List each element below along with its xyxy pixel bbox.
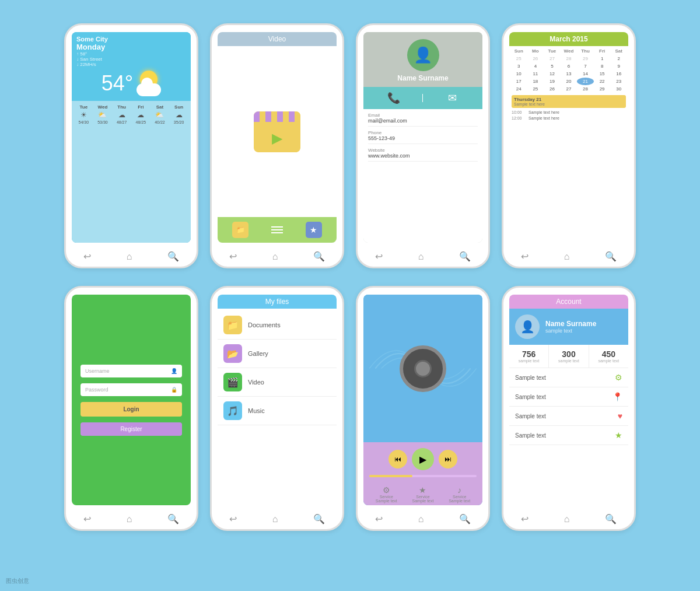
account-sub: sample text [545,328,596,334]
phone-contact: 👤 Name Surname 📞 ✉ Email mail@email.com … [356,23,490,268]
forecast-sun: Sun ☁ 35/20 [174,104,184,239]
gallery-icon: 📂 [223,344,242,363]
calendar-grid: Sun Mo Tue Wed Thu Fri Sat 25 26 27 28 2… [509,46,628,94]
gallery-label: Gallery [248,350,268,357]
register-button[interactable]: Register [80,422,182,436]
phone-row-2: Username 👤 Password 🔒 Login Register ↩ ⌂… [64,286,636,531]
phone-weather: Some City Monday ↑ 58° ↓ San Street ↓ 22… [64,23,198,268]
search-icon[interactable]: 🔍 [313,513,325,524]
stat-num-2: 300 [551,349,586,359]
phone-nav-account: ↩ ⌂ 🔍 [503,508,634,529]
menu-favorites[interactable]: Sample text ♥ [509,407,628,426]
forecast-fri: Fri ☁ 48/25 [136,104,146,239]
website-value: www.website.com [368,153,478,159]
back-icon[interactable]: ↩ [83,251,91,262]
cloud-icon [136,83,161,96]
account-menu: Sample text ⚙ Sample text 📍 Sample text … [509,368,628,505]
user-icon: 👤 [171,368,177,374]
stat-756: 756 sample text [509,345,549,368]
stat-label-1: sample text [512,359,546,363]
contact-screen: 👤 Name Surname 📞 ✉ Email mail@email.com … [363,32,482,243]
username-placeholder: Username [85,368,110,374]
login-button[interactable]: Login [80,402,182,417]
documents-icon[interactable]: 📁 [232,222,249,238]
file-documents[interactable]: 📁 Documents [218,311,337,340]
call-icon[interactable]: 📞 [372,92,415,104]
calendar-header: March 2015 [509,32,628,46]
account-stats: 756 sample text 300 sample text 450 samp… [509,345,628,368]
home-icon[interactable]: ⌂ [272,251,278,262]
home-icon[interactable]: ⌂ [564,251,570,262]
phone-video: Video ▶ 📁 ★ ↩ [210,23,344,268]
account-profile-info: Name Surname sample text [545,320,596,334]
back-icon[interactable]: ↩ [229,251,237,262]
event-sub: Sample text here [514,102,624,106]
file-music[interactable]: 🎵 Music [218,397,337,425]
stat-num-1: 756 [512,349,546,359]
back-icon[interactable]: ↩ [521,513,528,524]
email-icon[interactable]: ✉ [430,92,474,104]
event-title: Thursday 21 [514,97,624,102]
home-icon[interactable]: ⌂ [127,251,132,262]
video-icon: 🎬 [223,373,242,391]
home-icon[interactable]: ⌂ [127,514,132,524]
email-label: Email [368,113,478,118]
menu-icon[interactable] [269,222,285,238]
search-icon[interactable]: 🔍 [459,251,471,262]
search-icon[interactable]: 🔍 [313,251,325,262]
calendar-week-5: 24 25 26 27 28 29 30 [510,85,627,93]
password-input[interactable]: Password 🔒 [80,383,182,396]
stat-label-2: sample text [551,359,586,363]
video-bottom-bar: 📁 ★ [218,217,337,243]
file-video[interactable]: 🎬 Video [218,368,337,397]
stat-label-3: sample text [592,359,626,363]
search-icon[interactable]: 🔍 [605,513,617,524]
username-input[interactable]: Username 👤 [80,365,182,377]
temperature: 54° [102,71,133,96]
website-label: Website [368,148,478,153]
play-icon[interactable]: ▶ [272,130,282,146]
prev-button[interactable]: ⏮ [388,450,407,468]
phone-nav-calendar: ↩ ⌂ 🔍 [503,245,634,267]
back-icon[interactable]: ↩ [375,513,383,524]
favorites-icon[interactable]: ★ [306,222,322,238]
video-label: Video [248,379,264,386]
menu-location[interactable]: Sample text 📍 [509,387,628,407]
back-icon[interactable]: ↩ [83,513,91,524]
search-icon[interactable]: 🔍 [167,513,179,524]
next-button[interactable]: ⏭ [439,450,457,468]
menu-starred[interactable]: Sample text ★ [509,426,628,445]
files-list: 📁 Documents 📂 Gallery 🎬 Video 🎵 Music [218,309,337,505]
calendar-week-3: 10 11 12 13 14 15 16 [510,70,627,78]
home-icon[interactable]: ⌂ [418,514,424,524]
weather-screen: Some City Monday ↑ 58° ↓ San Street ↓ 22… [72,32,191,243]
login-screen: Username 👤 Password 🔒 Login Register [72,295,191,505]
music-progress-bar[interactable] [369,475,477,477]
music-progress-fill [369,475,412,477]
back-icon[interactable]: ↩ [521,251,528,262]
weather-info-2: ↓ San Street [76,57,186,62]
forecast-wed: Wed ⛅ 53/30 [97,104,108,239]
cal-time-1200: 12:00 Sample text here [512,116,626,120]
play-button[interactable]: ▶ [412,448,434,470]
phone-value: 555-123-49 [368,135,478,141]
file-gallery[interactable]: 📂 Gallery [218,340,337,368]
home-icon[interactable]: ⌂ [418,251,424,262]
music-icon: 🎵 [223,401,242,420]
home-icon[interactable]: ⌂ [272,514,278,524]
back-icon[interactable]: ↩ [375,251,383,262]
menu-settings[interactable]: Sample text ⚙ [509,368,628,387]
search-icon[interactable]: 🔍 [459,513,471,524]
video-title: Video [218,32,337,46]
back-icon[interactable]: ↩ [229,513,237,524]
account-screen: Account 👤 Name Surname sample text 756 s… [509,295,628,505]
account-profile: 👤 Name Surname sample text [509,309,628,345]
phone-music: ⏮ ▶ ⏭ ⚙ Service Sample text ★ [356,286,490,531]
home-icon[interactable]: ⌂ [564,514,570,524]
phone-files: My files 📁 Documents 📂 Gallery 🎬 Video [210,286,344,531]
settings-icon: ⚙ [615,373,622,382]
phone-nav-music: ↩ ⌂ 🔍 [358,508,488,529]
music-controls: ⏮ ▶ ⏭ [363,442,482,483]
search-icon[interactable]: 🔍 [167,251,179,262]
search-icon[interactable]: 🔍 [605,251,617,262]
